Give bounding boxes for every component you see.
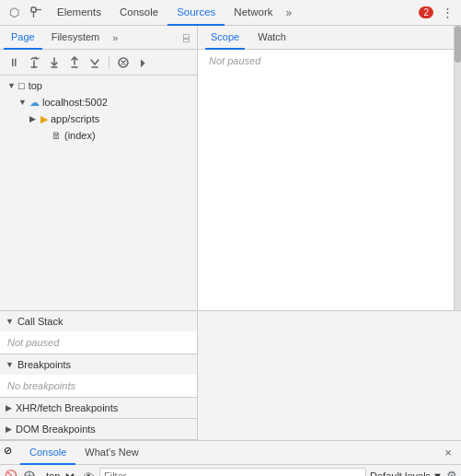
tab-overflow[interactable]: » (282, 6, 296, 19)
step-out-btn[interactable] (66, 54, 83, 71)
cloud-icon: ☁ (29, 97, 40, 109)
tree-item-localhost[interactable]: ▼ ☁ localhost:5002 (0, 94, 197, 110)
blackbox-btn[interactable] (115, 54, 132, 71)
console-tabs-bar: ⊘ Console What's New × (0, 441, 461, 465)
clear-log-icon[interactable]: 🚫 (4, 469, 18, 477)
svg-rect-0 (31, 7, 36, 12)
error-badge: 2 (419, 6, 433, 18)
debugger-toolbar: ⏸ ⏵ (0, 50, 197, 75)
resume-btn[interactable]: ⏵ (135, 54, 152, 71)
devtools-topbar: ⬡ Elements Console Sources Network » 2 ⋮ (0, 0, 461, 26)
call-stack-section: ▼ Call Stack Not paused (0, 311, 197, 354)
cursor-icon[interactable]: ⬡ (4, 3, 24, 23)
console-area: ⊘ Console What's New × 🚫 top 👁 Default l… (0, 440, 461, 476)
tab-console-bottom[interactable]: Console (20, 441, 75, 465)
right-panel: Scope Watch Not paused (198, 26, 454, 310)
tab-page[interactable]: Page (4, 26, 42, 50)
tab-console[interactable]: Console (110, 0, 167, 26)
tab-elements[interactable]: Elements (48, 0, 110, 26)
filter-icon[interactable] (22, 469, 37, 477)
tree-item-index[interactable]: 🗎 (index) (0, 127, 197, 144)
tree-arrow: ▼ (7, 81, 18, 90)
dom-label: DOM Breakpoints (16, 424, 96, 435)
main-tab-bar: Elements Console Sources Network » (48, 0, 413, 26)
breakpoints-section: ▼ Breakpoints No breakpoints (0, 354, 197, 398)
left-panel: Page Filesystem » ⌸ ⏸ ⏵ (0, 26, 198, 310)
tree-item-app-scripts[interactable]: ▶ ▶ app/scripts (0, 110, 197, 127)
eye-icon[interactable]: 👁 (81, 469, 96, 477)
log-levels-btn[interactable]: Default levels ▼ (370, 470, 443, 477)
top-icon: □ (18, 80, 25, 91)
tree-label-app-scripts: app/scripts (51, 113, 99, 124)
tree-arrow: ▼ (18, 98, 29, 107)
tab-whats-new[interactable]: What's New (75, 441, 147, 465)
lower-panels-row: ▼ Call Stack Not paused ▼ Breakpoints No… (0, 310, 461, 440)
tab-sources[interactable]: Sources (167, 0, 225, 26)
call-stack-arrow: ▼ (6, 317, 14, 326)
levels-label: Default levels (370, 470, 431, 477)
file-tree: ▼ □ top ▼ ☁ localhost:5002 ▶ ▶ app/scrip… (0, 75, 197, 310)
pause-btn[interactable]: ⏸ (6, 54, 22, 71)
call-stack-label: Call Stack (17, 316, 63, 327)
right-panels: Not paused (198, 50, 454, 310)
main-area: Page Filesystem » ⌸ ⏸ ⏵ (0, 26, 461, 310)
step-over-btn[interactable] (26, 54, 42, 71)
dom-arrow: ▶ (6, 424, 12, 434)
call-stack-content: Not paused (0, 331, 197, 354)
breakpoints-header[interactable]: ▼ Breakpoints (0, 354, 197, 375)
filter-input[interactable] (99, 468, 366, 477)
dom-breakpoints-section: ▶ DOM Breakpoints (0, 419, 197, 440)
tree-item-top[interactable]: ▼ □ top (0, 77, 197, 94)
main-scrollbar[interactable] (454, 26, 461, 310)
console-close-btn[interactable]: × (439, 444, 457, 462)
breakpoints-label: Breakpoints (17, 359, 71, 370)
tab-scope[interactable]: Scope (205, 26, 245, 50)
tree-label-index: (index) (64, 130, 96, 141)
scope-watch-tabs: Scope Watch (198, 26, 454, 50)
file-icon: 🗎 (52, 130, 62, 141)
tab-watch[interactable]: Watch (252, 26, 292, 50)
tree-arrow: ▶ (29, 114, 40, 123)
toolbar-separator (109, 56, 109, 69)
left-lower-panels: ▼ Call Stack Not paused ▼ Breakpoints No… (0, 311, 198, 440)
dom-breakpoints-header[interactable]: ▶ DOM Breakpoints (0, 419, 197, 439)
right-lower-empty (198, 311, 461, 440)
xhr-arrow: ▶ (6, 403, 12, 412)
subtab-overflow[interactable]: » (109, 32, 121, 43)
call-stack-header[interactable]: ▼ Call Stack (0, 311, 197, 331)
tab-filesystem[interactable]: Filesystem (44, 26, 108, 50)
console-clear-icon[interactable]: ⊘ (4, 445, 20, 461)
inspect-icon[interactable] (26, 3, 46, 23)
xhr-label: XHR/fetch Breakpoints (16, 402, 118, 413)
xhr-breakpoints-section: ▶ XHR/fetch Breakpoints (0, 398, 197, 419)
console-toolbar: 🚫 top 👁 Default levels ▼ ⚙ (0, 465, 461, 476)
step-into-btn[interactable] (46, 54, 63, 71)
layout-icon[interactable]: ⌸ (179, 30, 193, 45)
gear-icon[interactable]: ⚙ (446, 469, 457, 476)
step-btn[interactable] (86, 54, 103, 71)
more-options-icon[interactable]: ⋮ (437, 3, 457, 23)
source-sub-tabs: Page Filesystem » ⌸ (0, 26, 197, 50)
tree-label-localhost: localhost:5002 (42, 97, 108, 108)
tree-label-top: top (29, 80, 42, 91)
breakpoints-content: No breakpoints (0, 375, 197, 397)
topbar-right: 2 ⋮ (415, 3, 457, 23)
scope-not-paused: Not paused (198, 50, 454, 72)
context-selector[interactable]: top (40, 470, 77, 477)
levels-arrow: ▼ (432, 470, 443, 477)
xhr-breakpoints-header[interactable]: ▶ XHR/fetch Breakpoints (0, 398, 197, 418)
breakpoints-arrow: ▼ (6, 360, 14, 369)
folder-icon: ▶ (40, 113, 48, 125)
tab-network[interactable]: Network (225, 0, 282, 26)
